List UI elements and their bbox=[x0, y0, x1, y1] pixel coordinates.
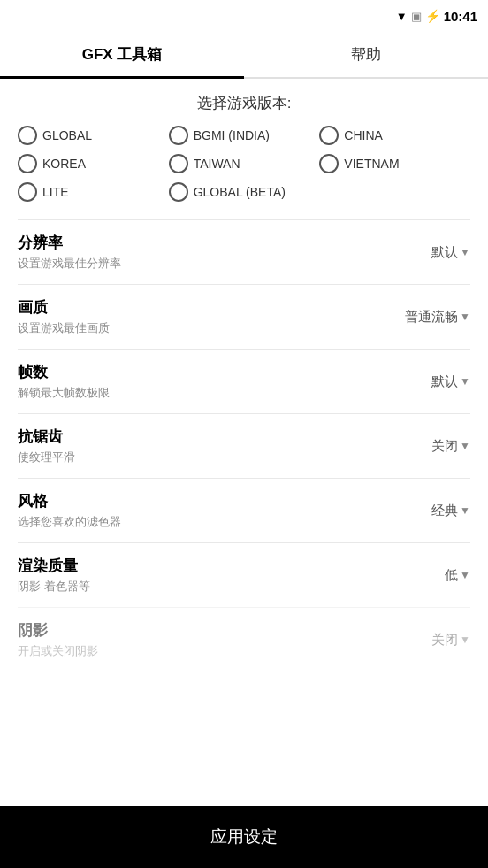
setting-resolution-value[interactable]: 默认 ▼ bbox=[431, 244, 470, 261]
setting-shadow-title: 阴影 bbox=[18, 620, 431, 641]
radio-label-global-beta: GLOBAL (BETA) bbox=[194, 185, 286, 199]
setting-resolution-value-text: 默认 bbox=[431, 244, 458, 261]
signal-icon: ▣ bbox=[411, 10, 422, 23]
dropdown-arrow-resolution: ▼ bbox=[460, 246, 470, 258]
setting-resolution-desc: 设置游戏最佳分辨率 bbox=[18, 256, 431, 272]
radio-label-lite: LITE bbox=[42, 185, 69, 199]
radio-label-korea: KOREA bbox=[42, 157, 86, 171]
setting-antialiasing-value[interactable]: 关闭 ▼ bbox=[431, 438, 470, 455]
setting-antialiasing-left: 抗锯齿 使纹理平滑 bbox=[18, 426, 431, 465]
radio-global-beta[interactable]: GLOBAL (BETA) bbox=[169, 182, 470, 202]
setting-quality[interactable]: 画质 设置游戏最佳画质 普通流畅 ▼ bbox=[18, 284, 470, 349]
status-bar: ▼ ▣ ⚡ 10:41 bbox=[0, 0, 488, 32]
setting-render-quality-value[interactable]: 低 ▼ bbox=[445, 567, 470, 584]
tab-gfx[interactable]: GFX 工具箱 bbox=[0, 32, 244, 77]
dropdown-arrow-fps: ▼ bbox=[460, 375, 470, 388]
setting-render-quality-title: 渲染质量 bbox=[18, 556, 445, 576]
setting-antialiasing-value-text: 关闭 bbox=[431, 438, 458, 455]
version-title: 选择游戏版本: bbox=[18, 93, 470, 113]
setting-style-value-text: 经典 bbox=[431, 503, 458, 519]
setting-quality-left: 画质 设置游戏最佳画质 bbox=[18, 297, 405, 336]
setting-fps[interactable]: 帧数 解锁最大帧数极限 默认 ▼ bbox=[18, 349, 470, 413]
tab-bar: GFX 工具箱 帮助 bbox=[0, 32, 488, 79]
setting-render-quality[interactable]: 渲染质量 阴影 着色器等 低 ▼ bbox=[18, 542, 470, 607]
setting-render-quality-desc: 阴影 着色器等 bbox=[18, 579, 445, 595]
radio-bgmi[interactable]: BGMI (INDIA) bbox=[169, 126, 320, 145]
dropdown-arrow-shadow: ▼ bbox=[460, 634, 470, 646]
dropdown-arrow-render-quality: ▼ bbox=[460, 569, 470, 581]
radio-circle-china bbox=[319, 126, 339, 145]
setting-shadow-desc: 开启或关闭阴影 bbox=[18, 643, 431, 659]
status-time: 10:41 bbox=[444, 9, 477, 24]
setting-shadow-value-text: 关闭 bbox=[431, 632, 458, 649]
radio-circle-vietnam bbox=[319, 154, 339, 173]
radio-circle-taiwan bbox=[169, 154, 188, 173]
setting-antialiasing-title: 抗锯齿 bbox=[18, 426, 431, 447]
apply-button[interactable]: 应用设定 bbox=[0, 806, 488, 868]
setting-resolution[interactable]: 分辨率 设置游戏最佳分辨率 默认 ▼ bbox=[18, 219, 470, 284]
radio-lite[interactable]: LITE bbox=[18, 182, 169, 202]
setting-style-desc: 选择您喜欢的滤色器 bbox=[18, 514, 431, 530]
radio-taiwan[interactable]: TAIWAN bbox=[169, 154, 320, 173]
radio-label-global: GLOBAL bbox=[42, 128, 92, 142]
setting-quality-value[interactable]: 普通流畅 ▼ bbox=[405, 309, 470, 326]
setting-style[interactable]: 风格 选择您喜欢的滤色器 经典 ▼ bbox=[18, 478, 470, 542]
setting-render-quality-value-text: 低 bbox=[445, 567, 458, 584]
radio-label-vietnam: VIETNAM bbox=[344, 157, 399, 171]
setting-fps-value[interactable]: 默认 ▼ bbox=[431, 373, 470, 390]
wifi-icon: ▼ bbox=[396, 10, 408, 23]
settings-list: 分辨率 设置游戏最佳分辨率 默认 ▼ 画质 设置游戏最佳画质 普通流畅 ▼ 帧数 bbox=[18, 219, 470, 672]
setting-fps-value-text: 默认 bbox=[431, 373, 458, 390]
radio-circle-korea bbox=[18, 154, 37, 173]
setting-shadow[interactable]: 阴影 开启或关闭阴影 关闭 ▼ bbox=[18, 607, 470, 672]
setting-shadow-left: 阴影 开启或关闭阴影 bbox=[18, 620, 431, 659]
setting-resolution-title: 分辨率 bbox=[18, 233, 431, 253]
radio-label-taiwan: TAIWAN bbox=[194, 157, 240, 171]
setting-style-left: 风格 选择您喜欢的滤色器 bbox=[18, 491, 431, 530]
setting-quality-value-text: 普通流畅 bbox=[405, 309, 458, 326]
dropdown-arrow-antialiasing: ▼ bbox=[460, 440, 470, 452]
status-icons: ▼ ▣ ⚡ 10:41 bbox=[396, 9, 477, 24]
radio-vietnam[interactable]: VIETNAM bbox=[319, 154, 470, 173]
radio-label-bgmi: BGMI (INDIA) bbox=[194, 128, 270, 142]
radio-circle-global-beta bbox=[169, 182, 188, 202]
radio-korea[interactable]: KOREA bbox=[18, 154, 169, 173]
setting-shadow-value: 关闭 ▼ bbox=[431, 632, 470, 649]
radio-china[interactable]: CHINA bbox=[319, 126, 470, 145]
radio-global[interactable]: GLOBAL bbox=[18, 126, 169, 145]
setting-style-value[interactable]: 经典 ▼ bbox=[431, 503, 470, 519]
setting-quality-title: 画质 bbox=[18, 297, 405, 318]
setting-fps-title: 帧数 bbox=[18, 362, 431, 382]
setting-resolution-left: 分辨率 设置游戏最佳分辨率 bbox=[18, 233, 431, 272]
setting-render-quality-left: 渲染质量 阴影 着色器等 bbox=[18, 556, 445, 595]
setting-fps-desc: 解锁最大帧数极限 bbox=[18, 385, 431, 401]
battery-icon: ⚡ bbox=[425, 9, 440, 23]
setting-quality-desc: 设置游戏最佳画质 bbox=[18, 320, 405, 336]
radio-label-china: CHINA bbox=[344, 128, 383, 142]
dropdown-arrow-style: ▼ bbox=[460, 504, 470, 517]
radio-circle-global bbox=[18, 126, 37, 145]
radio-circle-lite bbox=[18, 182, 37, 202]
version-select-section: 选择游戏版本: GLOBAL BGMI (INDIA) CHINA KOREA bbox=[18, 93, 470, 202]
setting-fps-left: 帧数 解锁最大帧数极限 bbox=[18, 362, 431, 401]
setting-style-title: 风格 bbox=[18, 491, 431, 511]
setting-antialiasing-desc: 使纹理平滑 bbox=[18, 449, 431, 465]
dropdown-arrow-quality: ▼ bbox=[460, 311, 470, 323]
version-radio-grid: GLOBAL BGMI (INDIA) CHINA KOREA TAIWAN bbox=[18, 126, 470, 202]
tab-help[interactable]: 帮助 bbox=[244, 32, 488, 77]
radio-circle-bgmi bbox=[169, 126, 188, 145]
setting-antialiasing[interactable]: 抗锯齿 使纹理平滑 关闭 ▼ bbox=[18, 413, 470, 478]
main-content: 选择游戏版本: GLOBAL BGMI (INDIA) CHINA KOREA bbox=[0, 79, 488, 807]
